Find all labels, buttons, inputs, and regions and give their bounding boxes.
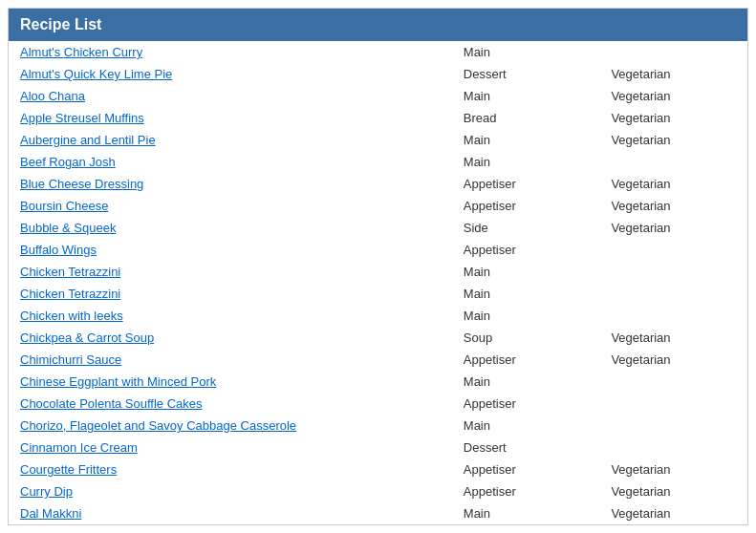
table-row: Beef Rogan JoshMain — [9, 151, 747, 173]
recipe-link[interactable]: Blue Cheese Dressing — [20, 177, 143, 191]
recipe-link[interactable]: Bubble & Squeek — [20, 221, 116, 235]
table-row: Bubble & SqueekSideVegetarian — [9, 217, 747, 239]
recipe-category-cell: Main — [452, 371, 600, 393]
recipe-category-cell: Bread — [452, 107, 600, 129]
recipe-diet-cell: Vegetarian — [599, 63, 747, 85]
recipe-name-cell: Chickpea & Carrot Soup — [9, 327, 452, 349]
recipe-category-cell: Appetiser — [452, 480, 600, 502]
recipe-diet-cell — [599, 41, 747, 63]
recipe-category-cell: Dessert — [452, 437, 600, 458]
recipe-category-cell: Appetiser — [452, 239, 600, 261]
recipe-name-cell: Beef Rogan Josh — [9, 151, 452, 173]
recipe-diet-cell: Vegetarian — [599, 129, 747, 151]
recipe-category-cell: Main — [452, 283, 600, 305]
table-row: Almut's Quick Key Lime PieDessertVegetar… — [9, 63, 747, 85]
recipe-link[interactable]: Aubergine and Lentil Pie — [20, 133, 156, 147]
recipe-name-cell: Boursin Cheese — [9, 195, 452, 217]
table-row: Aloo ChanaMainVegetarian — [9, 85, 747, 107]
recipe-category-cell: Main — [452, 415, 600, 437]
recipe-name-cell: Aubergine and Lentil Pie — [9, 129, 452, 151]
recipe-category-cell: Appetiser — [452, 349, 600, 371]
recipe-name-cell: Apple Streusel Muffins — [9, 107, 452, 129]
recipe-category-cell: Side — [452, 217, 600, 239]
recipe-category-cell: Main — [452, 305, 600, 327]
recipe-link[interactable]: Chimichurri Sauce — [20, 352, 121, 367]
recipe-link[interactable]: Almut's Chicken Curry — [20, 45, 142, 59]
recipe-name-cell: Chimichurri Sauce — [9, 349, 452, 371]
recipe-link[interactable]: Cinnamon Ice Cream — [20, 440, 138, 455]
table-row: Chimichurri SauceAppetiserVegetarian — [9, 349, 747, 371]
list-header: Recipe List — [9, 9, 747, 41]
table-row: Dal MakkniMainVegetarian — [9, 502, 747, 524]
recipe-category-cell: Soup — [452, 327, 600, 349]
recipe-link[interactable]: Chickpea & Carrot Soup — [20, 330, 154, 345]
table-row: Chinese Eggplant with Minced PorkMain — [9, 371, 747, 393]
recipe-link[interactable]: Courgette Fritters — [20, 462, 117, 477]
table-row: Cinnamon Ice CreamDessert — [9, 437, 747, 458]
recipe-diet-cell: Vegetarian — [599, 217, 747, 239]
recipe-diet-cell: Vegetarian — [599, 480, 747, 502]
recipe-name-cell: Chicken Tetrazzini — [9, 261, 452, 283]
recipe-diet-cell — [599, 283, 747, 305]
recipe-diet-cell: Vegetarian — [599, 173, 747, 195]
table-row: Blue Cheese DressingAppetiserVegetarian — [9, 173, 747, 195]
recipe-link[interactable]: Beef Rogan Josh — [20, 155, 116, 169]
recipe-category-cell: Main — [452, 502, 600, 524]
recipe-link[interactable]: Buffalo Wings — [20, 243, 97, 257]
recipe-link[interactable]: Chinese Eggplant with Minced Pork — [20, 374, 216, 389]
table-row: Chocolate Polenta Souffle CakesAppetiser — [9, 393, 747, 415]
table-row: Chicken TetrazziniMain — [9, 283, 747, 305]
recipe-name-cell: Cinnamon Ice Cream — [9, 437, 452, 458]
table-row: Curry DipAppetiserVegetarian — [9, 480, 747, 502]
recipe-link[interactable]: Chorizo, Flageolet and Savoy Cabbage Cas… — [20, 418, 296, 433]
recipe-category-cell: Main — [452, 261, 600, 283]
table-row: Chorizo, Flageolet and Savoy Cabbage Cas… — [9, 415, 747, 437]
table-row: Chickpea & Carrot SoupSoupVegetarian — [9, 327, 747, 349]
recipe-link[interactable]: Chicken Tetrazzini — [20, 287, 120, 301]
recipe-name-cell: Dal Makkni — [9, 502, 452, 524]
recipe-category-cell: Appetiser — [452, 458, 600, 480]
recipe-link[interactable]: Dal Makkni — [20, 506, 81, 521]
recipe-diet-cell: Vegetarian — [599, 107, 747, 129]
recipe-diet-cell — [599, 305, 747, 327]
recipe-link[interactable]: Curry Dip — [20, 484, 73, 499]
main-container: Recipe List Almut's Chicken CurryMainAlm… — [8, 8, 748, 525]
recipe-name-cell: Almut's Chicken Curry — [9, 41, 452, 63]
recipe-name-cell: Chicken with leeks — [9, 305, 452, 327]
recipe-category-cell: Appetiser — [452, 393, 600, 415]
recipe-name-cell: Chicken Tetrazzini — [9, 283, 452, 305]
recipe-link[interactable]: Aloo Chana — [20, 89, 85, 103]
recipe-name-cell: Buffalo Wings — [9, 239, 452, 261]
recipe-diet-cell: Vegetarian — [599, 458, 747, 480]
recipe-name-cell: Blue Cheese Dressing — [9, 173, 452, 195]
recipe-table: Almut's Chicken CurryMainAlmut's Quick K… — [9, 41, 747, 524]
recipe-category-cell: Main — [452, 85, 600, 107]
recipe-name-cell: Aloo Chana — [9, 85, 452, 107]
recipe-link[interactable]: Chocolate Polenta Souffle Cakes — [20, 396, 203, 411]
recipe-diet-cell — [599, 415, 747, 437]
recipe-diet-cell: Vegetarian — [599, 195, 747, 217]
recipe-name-cell: Almut's Quick Key Lime Pie — [9, 63, 452, 85]
recipe-category-cell: Dessert — [452, 63, 600, 85]
table-row: Apple Streusel MuffinsBreadVegetarian — [9, 107, 747, 129]
recipe-diet-cell: Vegetarian — [599, 502, 747, 524]
recipe-diet-cell — [599, 371, 747, 393]
recipe-category-cell: Main — [452, 129, 600, 151]
recipe-name-cell: Courgette Fritters — [9, 458, 452, 480]
recipe-diet-cell — [599, 393, 747, 415]
recipe-link[interactable]: Almut's Quick Key Lime Pie — [20, 67, 172, 81]
recipe-link[interactable]: Apple Streusel Muffins — [20, 111, 144, 125]
recipe-diet-cell — [599, 151, 747, 173]
recipe-diet-cell: Vegetarian — [599, 349, 747, 371]
recipe-category-cell: Appetiser — [452, 173, 600, 195]
recipe-category-cell: Main — [452, 151, 600, 173]
list-title: Recipe List — [20, 16, 101, 32]
recipe-name-cell: Bubble & Squeek — [9, 217, 452, 239]
table-row: Buffalo WingsAppetiser — [9, 239, 747, 261]
recipe-link[interactable]: Chicken with leeks — [20, 309, 123, 323]
recipe-name-cell: Chorizo, Flageolet and Savoy Cabbage Cas… — [9, 415, 452, 437]
recipe-category-cell: Appetiser — [452, 195, 600, 217]
recipe-link[interactable]: Chicken Tetrazzini — [20, 265, 120, 279]
table-row: Boursin CheeseAppetiserVegetarian — [9, 195, 747, 217]
recipe-link[interactable]: Boursin Cheese — [20, 199, 109, 213]
